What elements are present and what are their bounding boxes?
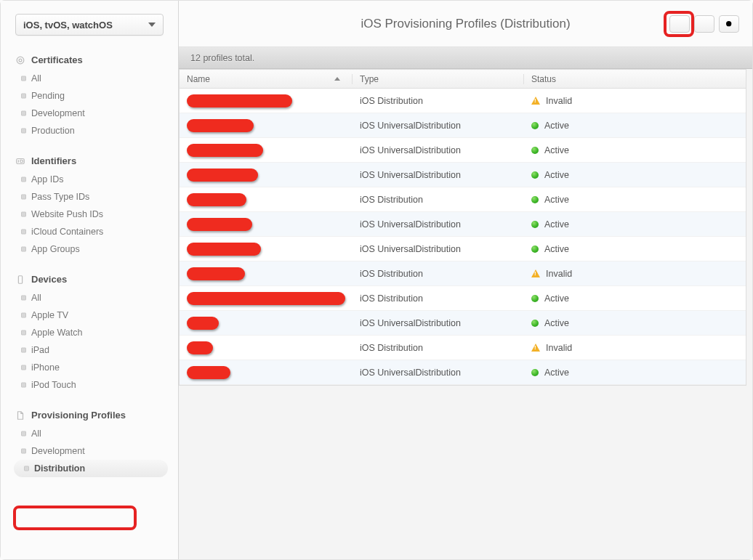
table-row[interactable]: iOS UniversalDistributionActive: [180, 163, 746, 187]
search-button[interactable]: [719, 15, 739, 33]
sidebar-item[interactable]: All: [11, 425, 171, 442]
redacted-name: [187, 144, 263, 157]
platform-selector[interactable]: iOS, tvOS, watchOS: [15, 14, 164, 36]
sidebar-item[interactable]: Pending: [11, 87, 171, 105]
cell-name: [180, 366, 353, 379]
cell-name: [180, 341, 353, 354]
table-row[interactable]: iOS DistributionInvalid: [180, 336, 746, 360]
sidebar-item-label: Distribution: [34, 463, 85, 474]
cell-type: iOS UniversalDistribution: [353, 318, 524, 328]
sidebar-item[interactable]: Pass Type IDs: [11, 188, 171, 206]
column-header-name[interactable]: Name: [180, 74, 353, 84]
bullet-icon: [21, 177, 26, 182]
status-text: Active: [544, 121, 569, 131]
cell-type: iOS UniversalDistribution: [353, 219, 524, 230]
cell-name: [180, 119, 353, 132]
status-active-icon: [531, 295, 539, 302]
sidebar-section-header[interactable]: Certificates: [11, 52, 171, 70]
status-active-icon: [531, 320, 539, 327]
sidebar-section-title: Certificates: [31, 54, 83, 65]
bullet-icon: [21, 365, 26, 370]
sidebar-item[interactable]: Apple TV: [11, 307, 171, 324]
cell-type: iOS Distribution: [353, 195, 524, 205]
page-title: iOS Provisioning Profiles (Distribution): [361, 17, 570, 31]
sidebar-section: IdentifiersApp IDsPass Type IDsWebsite P…: [11, 153, 171, 258]
bullet-icon: [21, 330, 26, 336]
sidebar-item[interactable]: Distribution: [14, 460, 168, 477]
sidebar-item[interactable]: iCloud Containers: [11, 223, 171, 240]
bullet-icon: [21, 449, 26, 454]
sidebar-section-header[interactable]: Identifiers: [11, 153, 171, 171]
cell-status: Active: [524, 244, 746, 254]
status-warning-icon: [531, 269, 540, 277]
sidebar-item-label: All: [31, 429, 41, 439]
bullet-icon: [21, 212, 26, 217]
status-text: Active: [544, 293, 569, 304]
cell-name: [180, 94, 353, 107]
sidebar-item[interactable]: Development: [11, 105, 171, 122]
sidebar-item[interactable]: All: [11, 289, 171, 307]
table-row[interactable]: iOS UniversalDistributionActive: [180, 212, 746, 237]
cell-type: iOS Distribution: [353, 293, 524, 304]
sidebar-item[interactable]: App IDs: [11, 171, 171, 188]
sidebar-section-header[interactable]: Devices: [11, 271, 171, 289]
table-row[interactable]: iOS DistributionInvalid: [180, 261, 746, 286]
table-row[interactable]: iOS UniversalDistributionActive: [180, 138, 746, 163]
cell-type: iOS Distribution: [353, 343, 524, 353]
bullet-icon: [21, 76, 26, 81]
cell-name: [180, 292, 353, 305]
sidebar-item[interactable]: Development: [11, 442, 171, 460]
sidebar-item[interactable]: All: [11, 70, 171, 87]
sidebar-section: Provisioning ProfilesAllDevelopmentDistr…: [11, 407, 171, 477]
column-header-type[interactable]: Type: [353, 74, 524, 84]
status-active-icon: [531, 221, 539, 228]
sidebar-item[interactable]: Website Push IDs: [11, 206, 171, 223]
sidebar-item-label: Pass Type IDs: [31, 192, 89, 202]
sidebar-section-header[interactable]: Provisioning Profiles: [11, 407, 171, 425]
sidebar-item-label: iPhone: [31, 362, 60, 373]
column-header-status[interactable]: Status: [524, 74, 746, 84]
table-row[interactable]: iOS DistributionActive: [180, 286, 746, 311]
status-text: Invalid: [546, 269, 572, 279]
status-active-icon: [531, 147, 539, 154]
table-row[interactable]: iOS UniversalDistributionActive: [180, 311, 746, 336]
table-row[interactable]: iOS UniversalDistributionActive: [180, 237, 746, 261]
sidebar-item[interactable]: App Groups: [11, 240, 171, 258]
status-text: Active: [544, 244, 569, 254]
status-text: Active: [544, 219, 569, 230]
bullet-icon: [21, 383, 26, 388]
chevron-down-icon: [148, 23, 156, 27]
status-text: Active: [544, 170, 569, 180]
sidebar-item[interactable]: iPad: [11, 341, 171, 359]
sidebar-item-label: Pending: [31, 91, 65, 101]
cell-status: Invalid: [524, 96, 746, 106]
cell-name: [180, 218, 353, 231]
status-text: Active: [544, 318, 569, 328]
table-row[interactable]: iOS DistributionInvalid: [180, 89, 746, 113]
sidebar-item[interactable]: iPod Touch: [11, 376, 171, 394]
redacted-name: [187, 366, 230, 379]
svg-point-1: [19, 59, 22, 62]
main-header: iOS Provisioning Profiles (Distribution): [179, 1, 752, 47]
redacted-name: [187, 94, 292, 107]
add-button[interactable]: [669, 15, 690, 33]
cell-type: iOS Distribution: [353, 96, 524, 106]
edit-button[interactable]: [694, 15, 714, 33]
bullet-icon: [21, 247, 26, 252]
main-panel: iOS Provisioning Profiles (Distribution)…: [179, 1, 752, 559]
table-header: Name Type Status: [180, 70, 746, 89]
table-row[interactable]: iOS UniversalDistributionActive: [180, 113, 746, 138]
sidebar-item-label: All: [31, 293, 41, 303]
sidebar-item-label: Website Push IDs: [31, 209, 103, 219]
sidebar-section-title: Devices: [31, 274, 67, 285]
bullet-icon: [21, 129, 26, 134]
sidebar-item[interactable]: Production: [11, 122, 171, 139]
sidebar-item[interactable]: Apple Watch: [11, 324, 171, 341]
table-row[interactable]: iOS UniversalDistributionActive: [180, 360, 746, 385]
status-active-icon: [531, 196, 539, 203]
sidebar-section: CertificatesAllPendingDevelopmentProduct…: [11, 52, 171, 139]
svg-rect-4: [18, 275, 22, 283]
status-text: Active: [544, 145, 569, 155]
table-row[interactable]: iOS DistributionActive: [180, 187, 746, 212]
sidebar-item[interactable]: iPhone: [11, 359, 171, 376]
